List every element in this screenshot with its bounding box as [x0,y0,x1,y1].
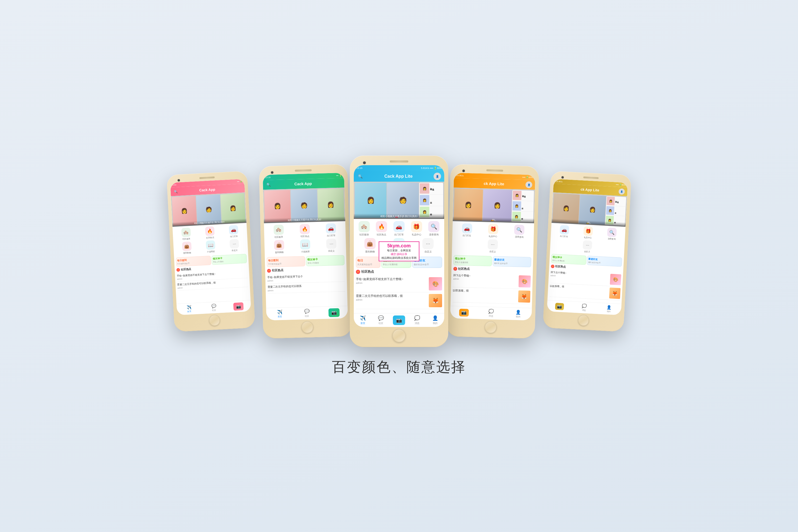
nav-community-3[interactable]: 💬 社区 [372,315,390,325]
icon-row-1a: 🏘️ 社区板块 🔥 社区热点 🚗 出门打车 [174,225,246,241]
icon-traffic-3[interactable]: 🔍 违章查询 [426,221,442,236]
icon-traffic-4[interactable]: 🔍 违章查询 [512,225,527,239]
nav-camera-1[interactable]: 📷 [226,302,251,311]
promo-goddess-4[interactable]: 领女神卡 享女人专属特权 [454,255,492,266]
icon-grid-1: 🏘️ 社区板块 🔥 社区热点 🚗 出门打车 [172,223,248,256]
nav-message-5[interactable]: 💭 消息 [572,303,597,312]
camera-dot-3 [363,162,366,164]
nav-message-3[interactable]: 💭 消息 [408,315,426,325]
banner-3: 👩 🧑 👩 真·视频论坛我用视频告诉你…… [354,182,444,219]
icon-gift-4[interactable]: 🎁 礼品中心 [486,224,500,238]
icon-row-3b: 👜 逛街购物 📖 小说阅读 ⋯ 自定义 [355,238,443,253]
icon-row-4a: 🚗 出门打车 🎁 礼品中心 🔍 违章查询 [454,223,533,239]
icon-row-2b: 👜 逛街购物 📖 小说阅读 ⋯ 自定义 [266,238,344,254]
icon-traffic-5[interactable]: 🔍 违章查询 [605,227,619,241]
community-5: ⚡ 社区热点 持下点个赞哦~ admin 🎨 以联系 [547,264,623,304]
post-4b[interactable]: 以联系哦，很 🦊 [453,287,530,304]
avatar-3[interactable]: 👤 [434,173,441,180]
nav-camera-3[interactable]: 📷 [390,316,408,325]
search-icon-2[interactable]: 🔍 [266,182,271,188]
time-3: 13:15 [357,167,363,169]
post-4a[interactable]: 持下点个赞哦~ admin 🎨 [453,272,531,289]
phone-4: 24:9K/s ▪▪▪▪ 🔋90% ck App Lite 👤 👩 [446,164,539,339]
nav-profile-4[interactable]: 👤 我的 [504,309,532,319]
icon-shop-1[interactable]: 👜 逛街购物 [180,241,194,254]
icon-taxi-5[interactable]: 🚗 出门打车 [557,225,571,238]
screen-3: 13:15 5.81K/s ▪▪▪▪ 🔋30% 🔍 Cack App Lite … [354,165,444,327]
icon-custom-3[interactable]: ⋯ 自定义 [420,238,436,253]
promo-row-4: 领女神卡 享女人专属特权 邀请好友 邀好友送30金币 [451,254,533,269]
icon-grid-5: 🚗 出门打车 🎁 礼品中心 🔍 违章查询 [550,223,625,256]
community-1: ⚡ 社区热点 手绘~如果觉得不错支持下点个赞哦~ admin 需要二次元手绘的也… [175,264,251,304]
home-button-5[interactable] [578,315,589,326]
icon-taxi-1[interactable]: 🚗 出门打车 [227,225,241,238]
promo-invite-4[interactable]: 邀请好友 邀好友送30金币 [493,256,531,267]
icon-custom-1[interactable]: ⋯ 自定义 [228,239,242,252]
icon-custom-5[interactable]: ⋯ 自定义 [581,240,594,253]
icon-taxi-2[interactable]: 🚗 出门打车 [324,223,338,238]
home-button-4[interactable] [484,321,497,333]
icon-taxi-4[interactable]: 🚗 出门打车 [460,223,474,238]
phones-showcase: 5:54 ▪▪▪ 🔋 🔍 Cack App 👩 [0,156,798,347]
home-button-3[interactable] [392,329,406,342]
icon-gift-3[interactable]: 🎁 礼品中心 [408,221,424,236]
icon-hot-2[interactable]: 🔥 社区热点 [298,224,312,238]
icon-custom-4[interactable]: ⋯ 自定义 [486,239,500,253]
promo-goddess-3[interactable]: 领女神卡 享女人专属特权 [381,257,411,268]
nav-profile-3[interactable]: 👤 我的 [426,315,444,325]
avatar-4[interactable]: 👤 [525,182,532,188]
icon-novel-2[interactable]: 📖 小说阅读 [298,239,312,253]
promo-row-2: 每日签到 天天签到送金币 领女神卡 享女人专属特 [265,254,346,269]
signals-2: ▪▪▪ 🔋 [336,174,342,177]
side-panel-3: 👩 真·视频论坛我用视频告诉你…… 👩 记录生活 👩 精彩瞬间 [419,183,443,218]
screen-wrapper-5: 14:4K/s ▪▪▪▪ 🔋96% ck App Lite 👤 👩 [547,179,628,315]
icon-grid-2: 🏘️ 社区板块 🔥 社区热点 🚗 出门打车 [264,221,346,255]
post-thumb-3a: 🎨 [429,277,442,290]
nav-community-2[interactable]: 💬 社区 [293,308,321,318]
icon-gift-5[interactable]: 🎁 礼品中心 [581,226,595,240]
time-1: 5:54 [172,184,176,186]
promo-checkin-3[interactable]: 每日 天天签到达金币 [356,257,380,268]
nav-home-1[interactable]: ✈️ 首页 [177,304,202,314]
promo-invite-5[interactable]: 邀请好友 邀好友送30金币 [587,255,622,267]
icon-novel-3[interactable]: 📖 小说阅读 [391,238,407,253]
search-icon-1[interactable]: 🔍 [173,189,179,194]
nav-profile-5[interactable]: 👤 我的 [596,304,621,314]
promo-checkin-1[interactable]: 每日签到 天天签到送金币 [176,255,211,267]
promo-goddess-5[interactable]: 领女神卡 享女人专属特权 [551,254,587,265]
promo-invite-3[interactable]: 邀请好友 邀好友达30金币 [412,257,442,268]
promo-checkin-2[interactable]: 每日签到 天天签到送金币 [267,256,305,267]
icon-hot-3[interactable]: 🔥 社区热点 [374,221,390,236]
home-button-2[interactable] [301,321,314,333]
icon-custom-2[interactable]: ⋯ 自定义 [324,239,339,253]
phone-shell-2: 13:18 ▪▪▪ 🔋 🔍 Cack App 👩 [259,164,352,339]
bottom-nav-3: ✈️ 首页 💬 社区 📷 💭 消息 [354,313,444,327]
icon-taxi-3[interactable]: 🚗 出门打车 [391,221,407,236]
nav-home-2[interactable]: ✈️ 首页 [266,309,294,319]
icon-hot-1[interactable]: 🔥 社区热点 [203,226,217,240]
post-3a[interactable]: 手绘~如果觉得不错支持下点个赞哦~ admin 🎨 [356,276,442,292]
icon-shop-3[interactable]: 👜 逛街购物 [362,238,378,253]
app-title-5: ck App Lite [581,188,599,192]
nav-camera-5[interactable]: 📷 [547,302,572,310]
nav-message-4[interactable]: 💭 消息 [477,308,505,318]
icon-community-1[interactable]: 🏘️ 社区板块 [179,227,193,241]
icon-novel-1[interactable]: 📖 小说阅读 [204,240,217,253]
icon-row-5b: ⋯ 自定义 [551,239,624,255]
signals-3: 5.81K/s ▪▪▪▪ 🔋30% [421,167,441,169]
post-2b[interactable]: 需要二次元手绘的也可以联系 admin [267,282,345,293]
screen-wrapper-4: 24:9K/s ▪▪▪▪ 🔋90% ck App Lite 👤 👩 [450,173,535,320]
nav-camera-4[interactable]: 📷 [450,308,478,317]
post-3b[interactable]: 需要二次元手绘的也可以联系哦，很 admin 🦊 [356,292,442,309]
avatar-5[interactable]: 👤 [619,188,625,195]
icon-shop-2[interactable]: 👜 逛街购物 [271,240,286,254]
nav-camera-2[interactable]: 📷 [321,308,348,317]
nav-home-3[interactable]: ✈️ 首页 [354,315,372,325]
nav-community-1[interactable]: 💬 社区 [201,303,226,312]
home-button-1[interactable] [209,315,220,326]
search-icon-3[interactable]: 🔍 [357,173,363,179]
promo-goddess-1[interactable]: 领女神卡 享女人专属特 [211,254,247,265]
promo-goddess-2[interactable]: 领女神卡 享女人专属特 [306,255,344,266]
icon-community-3[interactable]: 🏘️ 社区板块 [356,221,372,236]
icon-community-2[interactable]: 🏘️ 社区板块 [271,225,286,239]
